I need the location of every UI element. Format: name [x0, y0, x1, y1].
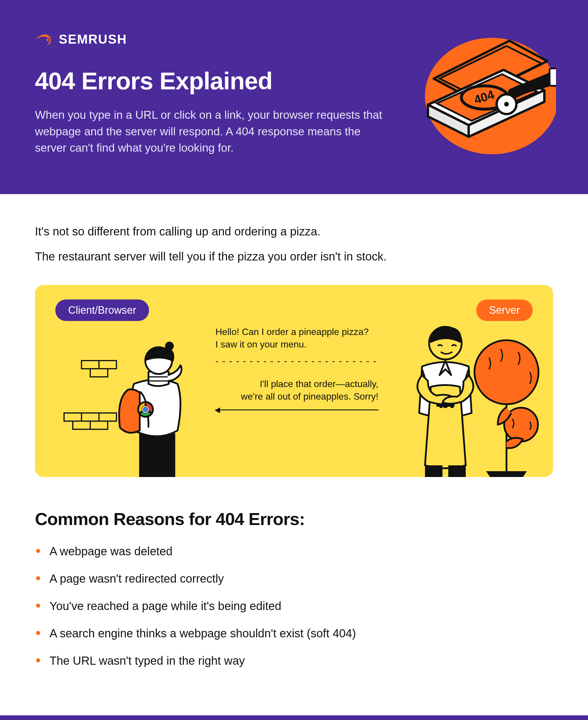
intro-line-2: The restaurant server will tell you if t… — [35, 248, 553, 264]
response-text: I'll place that order—actually, we're al… — [215, 378, 378, 403]
svg-rect-14 — [82, 361, 99, 369]
svg-point-1 — [47, 39, 49, 41]
request-text: Hello! Can I order a pineapple pizza? I … — [215, 326, 378, 351]
svg-point-27 — [475, 340, 539, 404]
svg-rect-20 — [73, 421, 90, 429]
server-illustration: 404 — [384, 314, 541, 477]
svg-rect-21 — [90, 421, 108, 429]
reasons-heading: Common Reasons for 404 Errors: — [35, 509, 553, 529]
list-item: You've reached a page while it's being e… — [35, 598, 553, 613]
list-item: A webpage was deleted — [35, 544, 553, 559]
dialog-text: Hello! Can I order a pineapple pizza? I … — [215, 326, 378, 410]
content: It's not so different from calling up an… — [0, 194, 588, 715]
intro-text: It's not so different from calling up an… — [35, 223, 553, 264]
svg-rect-16 — [90, 369, 108, 377]
list-item: A search engine thinks a webpage shouldn… — [35, 626, 553, 641]
semrush-fireball-icon — [35, 32, 54, 46]
header: SEMRUSH 404 Errors Explained When you ty… — [0, 0, 588, 194]
svg-rect-18 — [82, 413, 99, 421]
intro-line-1: It's not so different from calling up an… — [35, 223, 553, 239]
request-arrow: - - - - - - - - - - - - - - - - - - - - … — [215, 355, 378, 367]
footer: semrush.com SEMRUSH — [0, 715, 588, 720]
page-lede: When you type in a URL or click on a lin… — [35, 107, 384, 156]
client-pill: Client/Browser — [55, 299, 149, 321]
response-arrow — [215, 409, 378, 410]
list-item: A page wasn't redirected correctly — [35, 571, 553, 586]
brand-name: SEMRUSH — [59, 32, 127, 46]
hero-illustration-pizza-box: 404 — [405, 23, 556, 157]
svg-point-23 — [166, 342, 173, 350]
svg-rect-10 — [550, 68, 556, 86]
svg-rect-15 — [99, 361, 117, 369]
list-item: The URL wasn't typed in the right way — [35, 653, 553, 668]
client-illustration — [52, 326, 210, 477]
svg-point-12 — [504, 102, 509, 107]
analogy-card: Client/Browser Server — [35, 285, 553, 477]
svg-rect-19 — [99, 413, 117, 421]
svg-rect-17 — [64, 413, 82, 421]
reasons-list: A webpage was deleted A page wasn't redi… — [35, 544, 553, 668]
